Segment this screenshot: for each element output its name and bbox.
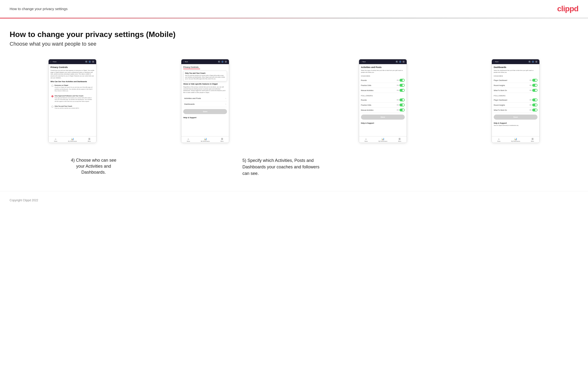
top-bar: How to change your privacy settings clip… — [0, 0, 588, 18]
manual-coaches-toggle[interactable] — [399, 89, 405, 92]
page-footer: Copyright Clippd 2022 — [0, 191, 588, 209]
who-can-see-title: Who Can See Your Activities and Dashboar… — [51, 81, 94, 82]
search-icon-3[interactable]: 🔍 — [396, 60, 398, 63]
people-icon-4[interactable]: 👤 — [532, 60, 534, 63]
followers-title-3: FOLLOWERS — [361, 95, 405, 97]
phone-header-2: ‹ Back 🔍 👤 ⚙ — [181, 59, 229, 64]
manual-followers-toggle[interactable] — [399, 108, 405, 111]
option-everyone-label: Everyone on Clippd — [55, 84, 93, 86]
toggle-practice-followers: Practice Drills ON — [361, 103, 405, 108]
footer-home-2[interactable]: ⌂ Home — [187, 138, 190, 142]
footer-home-label-4: Home — [497, 141, 501, 142]
page-subheading: Choose what you want people to see — [10, 41, 578, 47]
footer-home-1[interactable]: ⌂ Home — [54, 138, 57, 142]
phone-footer-3: ⌂ Home 📊 My Performance ☰ Menu — [359, 136, 407, 143]
privacy-controls-tab: Privacy Controls — [183, 66, 227, 69]
round-insights-coaches-toggle[interactable] — [532, 84, 537, 87]
rounds-coaches-toggle[interactable] — [399, 79, 405, 82]
people-icon-3[interactable]: 👤 — [399, 60, 401, 63]
menu-icon-4: ☰ — [531, 138, 534, 140]
screenshot-group-2: ‹ Back 🔍 👤 ⚙ Privacy Controls — [142, 59, 268, 143]
manual-coaches-label: Manual Activities — [361, 90, 373, 91]
toggle-rounds-followers: Rounds ON — [361, 98, 405, 103]
performance-icon-3: 📊 — [381, 138, 384, 140]
help-support-title-2: Help & Support — [183, 117, 227, 119]
footer-performance-label-2: My Performance — [201, 141, 210, 142]
phone-header-1: ‹ < Back 🔍 👤 ⚙ — [49, 59, 96, 64]
back-button-3[interactable]: ‹ Back — [361, 61, 366, 63]
search-icon-4[interactable]: 🔍 — [528, 60, 531, 63]
performance-icon-2: 📊 — [204, 138, 207, 140]
save-button-4[interactable]: Save — [494, 115, 537, 120]
toggle-player-dash-coaches: Player Dashboard ON — [494, 78, 537, 83]
menu-activities-label: Activities and Posts — [184, 97, 201, 100]
people-icon-2[interactable]: 👤 — [221, 60, 224, 63]
footer-home-3[interactable]: ⌂ Home — [364, 138, 367, 142]
footer-menu-label-2: Menu — [221, 141, 224, 142]
home-icon-4: ⌂ — [498, 138, 500, 140]
footer-menu-4[interactable]: ☰ Menu — [531, 138, 534, 142]
search-icon[interactable]: 🔍 — [85, 60, 87, 63]
footer-menu-2[interactable]: ☰ Menu — [221, 138, 224, 142]
option-everyone-content: Everyone on Clippd Anyone on Clippd can … — [55, 84, 93, 92]
toggle-what-to-work-followers: What To Work On ON — [494, 108, 537, 113]
round-insights-followers-toggle[interactable] — [532, 103, 537, 106]
toggle-practice-coaches: Practice Drills ON — [361, 83, 405, 88]
footer-menu-1[interactable]: ☰ Menu — [88, 138, 91, 142]
footer-menu-3[interactable]: ☰ Menu — [398, 138, 401, 142]
settings-icon[interactable]: ⚙ — [92, 60, 94, 63]
toggle-what-to-work-coaches: What To Work On ON — [494, 88, 537, 93]
menu-row-dashboards[interactable]: Dashboards › — [183, 101, 227, 107]
what-to-work-coaches-toggle[interactable] — [532, 89, 537, 92]
settings-icon-4[interactable]: ⚙ — [535, 60, 537, 63]
settings-icon-2[interactable]: ⚙ — [225, 60, 227, 63]
save-button-3[interactable]: Save — [361, 115, 405, 120]
screenshot-group-4: ‹ Back 🔍 👤 ⚙ Dashboards Select the dashb… — [453, 59, 578, 143]
dashboards-title: Dashboards — [494, 66, 537, 68]
toggle-round-insights-coaches: Round Insights ON — [494, 83, 537, 88]
footer-performance-4[interactable]: 📊 My Performance — [511, 138, 520, 142]
footer-performance-3[interactable]: 📊 My Performance — [379, 138, 388, 142]
toggle-round-insights-followers: Round Insights ON — [494, 103, 537, 108]
footer-performance-2[interactable]: 📊 My Performance — [201, 138, 210, 142]
option-everyone-desc: Anyone on Clippd can search for you and … — [55, 86, 92, 92]
rounds-followers-toggle[interactable] — [399, 99, 405, 101]
footer-performance-label-1: My Performance — [68, 141, 77, 142]
what-to-work-followers-toggle[interactable] — [532, 108, 537, 111]
top-bar-title: How to change your privacy settings — [10, 7, 68, 11]
people-icon[interactable]: 👤 — [88, 60, 91, 63]
option-only-you[interactable]: Only You and Your Coach Only you and the… — [51, 104, 94, 110]
what-to-work-coaches-label: What To Work On — [494, 90, 507, 91]
activities-posts-title: Activities and Posts — [361, 66, 405, 68]
footer-home-4[interactable]: ⌂ Home — [497, 138, 501, 142]
popup-title: Only You and Your Coach — [185, 72, 225, 74]
practice-followers-toggle[interactable] — [399, 103, 405, 106]
player-dash-coaches-toggle[interactable] — [532, 79, 537, 82]
back-button-1[interactable]: ‹ < Back — [51, 61, 57, 63]
activities-posts-desc: Select the types of activity that you'd … — [361, 70, 405, 73]
rounds-coaches-label: Rounds — [361, 80, 367, 81]
home-icon-1: ⌂ — [55, 138, 56, 140]
menu-row-activities[interactable]: Activities and Posts › — [183, 96, 227, 101]
performance-icon-1: 📊 — [71, 138, 74, 140]
caption-group-1: 4) Choose who can see your Activities an… — [10, 152, 177, 175]
help-support-desc-4: Visit our Clippd community to troublesho… — [494, 125, 537, 126]
radio-circle-approved — [52, 95, 53, 97]
header-icons-3: 🔍 👤 ⚙ — [396, 60, 405, 63]
menu-icon-3: ☰ — [398, 138, 401, 140]
option-only-you-content: Only You and Your Coach Only you and the… — [55, 105, 79, 109]
phone-header-4: ‹ Back 🔍 👤 ⚙ — [492, 59, 539, 64]
menu-dashboards-label: Dashboards — [184, 103, 195, 105]
back-button-4[interactable]: ‹ Back — [494, 61, 499, 63]
option-approved[interactable]: Only Approved Followers and Your Coach O… — [51, 94, 94, 103]
save-button-2[interactable]: Save — [183, 109, 227, 114]
search-icon-2[interactable]: 🔍 — [218, 60, 220, 63]
player-dash-followers-toggle[interactable] — [532, 99, 537, 101]
back-button-2[interactable]: ‹ Back — [183, 61, 188, 63]
option-everyone[interactable]: Everyone on Clippd Anyone on Clippd can … — [51, 83, 94, 93]
coaches-title-3: COACHES — [361, 75, 405, 77]
performance-icon-4: 📊 — [514, 138, 517, 140]
footer-performance-1[interactable]: 📊 My Performance — [68, 138, 77, 142]
settings-icon-3[interactable]: ⚙ — [402, 60, 405, 63]
practice-coaches-toggle[interactable] — [399, 84, 405, 87]
